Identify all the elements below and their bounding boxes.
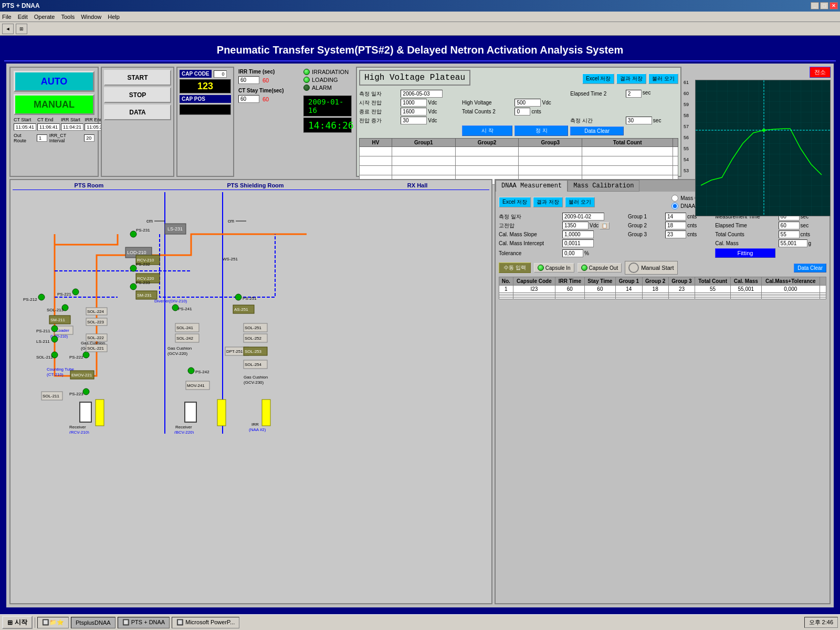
start-button[interactable]: START bbox=[104, 70, 171, 86]
total-counts2-unit: cnts bbox=[531, 109, 541, 114]
taskbar-sys-icons[interactable]: 🔲 📁 ⭐ bbox=[37, 617, 69, 628]
manual-start-indicator bbox=[628, 262, 639, 273]
high-voltage-input[interactable] bbox=[514, 99, 541, 107]
start-volt-input[interactable] bbox=[401, 99, 427, 107]
ct-end-label: CT End bbox=[37, 117, 60, 122]
dnaa-total-counts-input[interactable] bbox=[779, 230, 800, 238]
maximize-btn[interactable]: □ bbox=[820, 2, 828, 9]
dnaa-result-save-btn[interactable]: 결과 저장 bbox=[533, 197, 563, 207]
toolbar-back-btn[interactable]: ◄ bbox=[2, 24, 14, 34]
start-menu-btn[interactable]: ⊞ 시작 bbox=[2, 616, 33, 629]
radio-dnaa-meas-input[interactable] bbox=[671, 203, 678, 209]
close-btn[interactable]: ✕ bbox=[830, 2, 838, 9]
minimize-btn[interactable]: _ bbox=[811, 2, 819, 9]
fitting-btn[interactable]: Fitting bbox=[715, 248, 775, 258]
rx-hall-label: RX Hall bbox=[407, 182, 428, 188]
row1-group1: 14 bbox=[616, 286, 642, 293]
cap-code-value: 123 bbox=[180, 79, 231, 93]
chart-btn-red[interactable]: 전소 bbox=[810, 67, 831, 78]
hv-data-clear-btn[interactable]: Data Clear bbox=[570, 127, 624, 135]
svg-point-94 bbox=[51, 326, 58, 332]
menu-window[interactable]: Window bbox=[81, 14, 101, 20]
capsule-in-btn[interactable]: Capsule In bbox=[534, 263, 574, 272]
manual-start-btn[interactable]: Manual Start bbox=[625, 261, 677, 275]
col-total-count: Total Count bbox=[695, 277, 731, 286]
ct-stay-label: CT Stay Time(sec) bbox=[238, 88, 297, 93]
tab-dnaa-measurement[interactable]: DNAA Measurement bbox=[496, 180, 568, 192]
cap-code-num-input[interactable] bbox=[214, 70, 227, 78]
menu-tools[interactable]: Tools bbox=[61, 14, 75, 20]
window-controls[interactable]: _ □ ✕ bbox=[811, 2, 838, 9]
dnaa-tolerance-label: Tolerance bbox=[499, 250, 559, 256]
radio-mass-cal-input[interactable] bbox=[671, 195, 678, 202]
dnaa-cal-mass-intercept-input[interactable] bbox=[562, 239, 594, 247]
svg-text:Diverter(DIV-210): Diverter(DIV-210) bbox=[154, 299, 187, 303]
dnaa-elapsed-time-label: Elapsed Time bbox=[715, 223, 775, 228]
dnaa-cal-mass-input[interactable] bbox=[779, 239, 807, 247]
dnaa-cal-mass-intercept-label: Cal. Mass Intercept bbox=[499, 240, 559, 246]
total-counts2-input[interactable] bbox=[514, 108, 530, 116]
taskbar-powerpoint-item[interactable]: 🔲 Microsoft PowerP... bbox=[172, 617, 239, 628]
meas-time-input[interactable] bbox=[626, 117, 652, 124]
ct-stay-input1[interactable] bbox=[238, 95, 259, 103]
dnaa-cal-mass-g: g bbox=[808, 240, 812, 246]
irr-time-input1[interactable] bbox=[238, 76, 259, 84]
svg-rect-0 bbox=[696, 80, 830, 216]
dnaa-meas-date-label: 측정 일자 bbox=[499, 213, 559, 220]
svg-text:cm: cm bbox=[228, 218, 234, 224]
dnaa-data-clear-btn[interactable]: Data Clear bbox=[794, 264, 826, 272]
hv-excel-save-btn[interactable]: Excel 저장 bbox=[582, 74, 614, 84]
cap-pos-label: CAP POS bbox=[180, 95, 231, 103]
meas-date-label: 측정 일자 bbox=[359, 90, 398, 98]
high-voltage-unit: Vdc bbox=[542, 100, 551, 106]
irr-panel: IRR Time (sec) 60 CT Stay Time(sec) 60 bbox=[236, 67, 299, 177]
dnaa-group2-input[interactable] bbox=[665, 222, 686, 229]
toolbar-icon-btn[interactable]: ⊞ bbox=[16, 24, 27, 34]
dnaa-tolerance-input[interactable] bbox=[562, 249, 583, 257]
bottom-row: PTS Room PTS Shielding Room RX Hall bbox=[9, 179, 831, 604]
hv-result-save-btn[interactable]: 결과 저장 bbox=[616, 74, 646, 84]
irradiation-label: IRRADIATION bbox=[312, 69, 349, 75]
dnaa-group3-input[interactable] bbox=[665, 230, 686, 238]
dnaa-elapsed-time-input[interactable] bbox=[779, 222, 800, 229]
svg-text:SOL-223: SOL-223 bbox=[87, 320, 104, 324]
elapsed-time2-input[interactable] bbox=[626, 90, 642, 98]
dnaa-meas-date-input[interactable] bbox=[562, 213, 604, 220]
hv-load-btn[interactable]: 불러 오기 bbox=[648, 74, 678, 84]
taskbar-pts-dnaa-item[interactable]: PtsplusDNAA bbox=[71, 617, 116, 628]
manual-button[interactable]: MANUAL bbox=[14, 94, 94, 115]
manual-input-btn[interactable]: 수동 입력 bbox=[499, 262, 531, 273]
svg-text:SOL-224: SOL-224 bbox=[87, 309, 104, 314]
svg-text:(GCV-230): (GCV-230) bbox=[244, 380, 264, 385]
capsule-out-btn[interactable]: Capsule Out bbox=[578, 263, 622, 272]
taskbar-pts-dnaa2-item[interactable]: 🔲 PTS + DNAA bbox=[118, 617, 170, 628]
irr-start-label: IRR Start bbox=[61, 117, 83, 122]
menu-file[interactable]: File bbox=[2, 14, 12, 20]
svg-text:SOL-252: SOL-252 bbox=[245, 336, 262, 341]
dnaa-excel-save-btn[interactable]: Excel 저장 bbox=[499, 197, 531, 207]
volt-icon-btn[interactable]: 📋 bbox=[600, 222, 610, 229]
dnaa-load-btn[interactable]: 불러 오기 bbox=[565, 197, 595, 207]
data-button[interactable]: DATA bbox=[104, 104, 171, 120]
meas-date-input[interactable] bbox=[401, 90, 443, 98]
dnaa-group1-input[interactable] bbox=[665, 213, 686, 220]
menu-help[interactable]: Help bbox=[108, 14, 120, 20]
menu-operate[interactable]: Operate bbox=[34, 14, 55, 20]
volt-step-input[interactable] bbox=[401, 117, 427, 124]
irradiation-indicator: IRRADIATION bbox=[303, 69, 352, 75]
stop-button[interactable]: STOP bbox=[104, 87, 171, 103]
dnaa-data-table: No. Capsule Code IRR Time Stay Time Grou… bbox=[499, 277, 826, 299]
dnaa-high-volt-input[interactable] bbox=[562, 222, 589, 229]
tab-mass-calibration[interactable]: Mass Calibration bbox=[568, 180, 639, 192]
svg-rect-63 bbox=[185, 402, 196, 422]
hv-stop-btn[interactable]: 정 지 bbox=[514, 125, 568, 136]
svg-text:LS-231: LS-231 bbox=[167, 226, 183, 232]
dnaa-cal-mass-slope-input[interactable] bbox=[562, 230, 594, 238]
end-volt-input[interactable] bbox=[401, 108, 427, 116]
menu-edit[interactable]: Edit bbox=[18, 14, 28, 20]
svg-text:SOL-211: SOL-211 bbox=[43, 394, 60, 398]
out-route-value: 1 bbox=[37, 134, 47, 142]
hv-start-btn[interactable]: 시 작 bbox=[462, 125, 513, 136]
auto-button[interactable]: AUTO bbox=[14, 71, 94, 92]
chart-svg bbox=[695, 80, 831, 216]
